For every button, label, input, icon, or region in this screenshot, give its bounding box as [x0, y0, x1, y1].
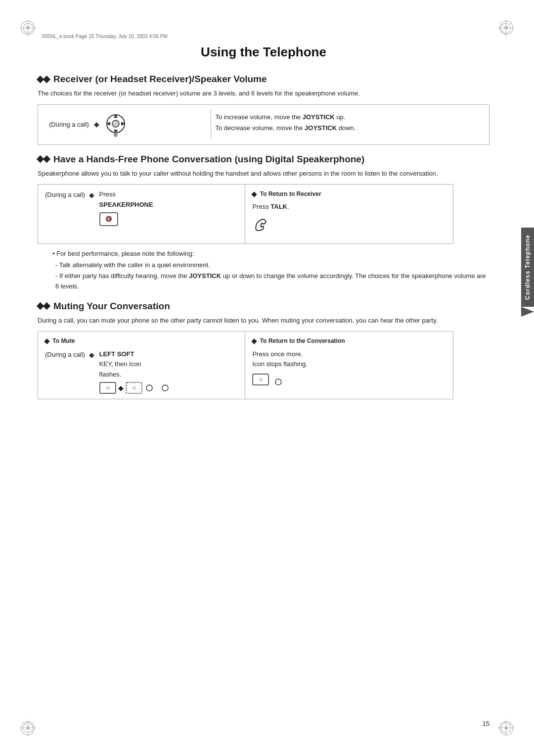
section-header-receiver: Receiver (or Headset Receiver)/Speaker V… [38, 74, 490, 85]
talk-icon [252, 215, 272, 235]
volume-instructions: To increase volume, move the JOYSTICK up… [215, 112, 478, 134]
mute-right-box: To Return to the Conversation Press once… [245, 331, 453, 399]
during-call-mute: (During a call) ◆ [45, 349, 96, 360]
return-to-receiver-header: To Return to Receiver [252, 189, 445, 199]
soft-key-circles [144, 384, 170, 391]
speakerphone-icon: 🔇 [99, 212, 118, 226]
return-conversation-header: To Return to the Conversation [252, 336, 445, 346]
section-header-muting: Muting Your Conversation [38, 301, 490, 312]
return-diamond [252, 191, 257, 197]
receiver-instruction-box: (During a call) ◆ [38, 104, 490, 145]
section-title-speakerphone: Have a Hands-Free Phone Conversation (us… [53, 154, 364, 165]
section-diamonds-3 [38, 303, 49, 309]
left-soft-bold: LEFT SOFT [99, 350, 134, 358]
bullet-item-2: - Talk alternately with the caller in a … [47, 260, 490, 271]
crosshair-br [499, 721, 513, 735]
section-header-speakerphone: Have a Hands-Free Phone Conversation (us… [38, 154, 490, 165]
speakerphone-boxes: (During a call) ◆ Press SPEAKERPHONE. 🔇 [38, 184, 490, 244]
mute-left-box: To Mute (During a call) ◆ LEFT SOFT KEY,… [38, 331, 245, 399]
svg-point-34 [162, 385, 168, 391]
crosshair-tl [21, 21, 35, 35]
mute-icon-2: ♲ [126, 382, 142, 394]
svg-text:🔇: 🔇 [105, 215, 112, 222]
svg-text:♲: ♲ [132, 385, 136, 391]
mute-icon-1: ♲ [99, 382, 116, 394]
crosshair-tr [499, 21, 513, 35]
section-diamonds-2 [38, 156, 49, 162]
section-desc-muting: During a call, you can mute your phone s… [38, 316, 490, 326]
arrow-right-spk: ◆ [89, 189, 94, 200]
diamond-3b [43, 302, 51, 310]
return-conv-diamond [252, 339, 257, 344]
to-mute-diamond [44, 339, 49, 344]
section-title-receiver: Receiver (or Headset Receiver)/Speaker V… [53, 74, 267, 85]
arrow-right-1: ◆ [94, 119, 99, 130]
joystick-bold-2: JOYSTICK [305, 124, 337, 132]
decrease-text: To decrease volume, move the [215, 124, 303, 132]
mute-icon-single: ♲ [252, 374, 269, 385]
side-tab-arrow [521, 307, 534, 317]
speakerphone-press: Press SPEAKERPHONE. 🔇 [99, 189, 155, 229]
return-conversation-content: Press once more. Icon stops flashing. ♲ [252, 349, 445, 389]
decrease-dir: down. [339, 124, 356, 132]
mute-icon-single-row: ♲ [252, 374, 445, 389]
section-desc-speakerphone: Speakerphone allows you to talk to your … [38, 169, 490, 179]
side-tab: Cordless Telephone [521, 228, 534, 307]
mute-press-content: LEFT SOFT KEY, then Icon flashes. ♲ ◆ [99, 349, 170, 394]
arrow-icon: ◆ [118, 382, 124, 393]
speakerphone-right-box: To Return to Receiver Press TALK. [245, 184, 453, 244]
bullet-item-1: • For best performance, please note the … [47, 249, 490, 259]
joystick-bold-1: JOYSTICK [303, 113, 335, 121]
section-speakerphone: Have a Hands-Free Phone Conversation (us… [38, 154, 490, 292]
diamond-1b [43, 75, 51, 83]
diamond-2b [43, 155, 51, 163]
section-muting: Muting Your Conversation During a call, … [38, 301, 490, 399]
main-content: Using the Telephone Receiver (or Headset… [38, 45, 504, 408]
speakerphone-bullets: • For best performance, please note the … [38, 249, 490, 292]
during-call-label-1: (During a call) ◆ [49, 112, 207, 138]
svg-point-21 [112, 120, 119, 127]
speakerphone-bold: SPEAKERPHONE [99, 201, 153, 208]
joystick-icon [104, 112, 127, 138]
mute-icon-row: ♲ ◆ ♲ [99, 382, 170, 394]
soft-key-single [272, 378, 285, 385]
receiver-table: (During a call) ◆ [45, 110, 482, 140]
svg-point-33 [146, 385, 152, 391]
receiver-table-right: To increase volume, move the JOYSTICK up… [211, 110, 482, 140]
to-mute-header: To Mute [45, 336, 238, 346]
svg-text:♲: ♲ [259, 377, 263, 382]
section-diamonds-1 [38, 77, 49, 82]
page-title: Using the Telephone [38, 45, 490, 60]
during-call-speakerphone: (During a call) ◆ [45, 189, 96, 200]
svg-text:♲: ♲ [105, 385, 110, 391]
svg-rect-26 [114, 133, 117, 137]
page-number: 15 [483, 720, 490, 727]
crosshair-bl [21, 721, 35, 735]
receiver-table-left: (During a call) ◆ [45, 110, 211, 140]
bullet-item-3: - If either party has difficulty hearing… [47, 271, 490, 292]
section-title-muting: Muting Your Conversation [53, 301, 170, 312]
talk-bold: TALK [270, 203, 287, 210]
file-info: 505NL_e.book Page 15 Thursday, July 10, … [42, 34, 168, 39]
mute-boxes: To Mute (During a call) ◆ LEFT SOFT KEY,… [38, 331, 490, 399]
mute-left-content: (During a call) ◆ LEFT SOFT KEY, then Ic… [45, 349, 238, 394]
increase-text: To increase volume, move the [215, 113, 301, 121]
increase-dir: up. [336, 113, 345, 121]
arrow-right-mute: ◆ [89, 349, 94, 360]
press-talk-content: Press TALK. [252, 202, 445, 238]
section-receiver-volume: Receiver (or Headset Receiver)/Speaker V… [38, 74, 490, 145]
speakerphone-left-box: (During a call) ◆ Press SPEAKERPHONE. 🔇 [38, 184, 245, 244]
svg-point-37 [275, 379, 281, 385]
speakerphone-left-content: (During a call) ◆ Press SPEAKERPHONE. 🔇 [45, 189, 238, 229]
svg-marker-22 [114, 114, 118, 118]
section-desc-receiver: The choices for the receiver (or headset… [38, 89, 490, 98]
